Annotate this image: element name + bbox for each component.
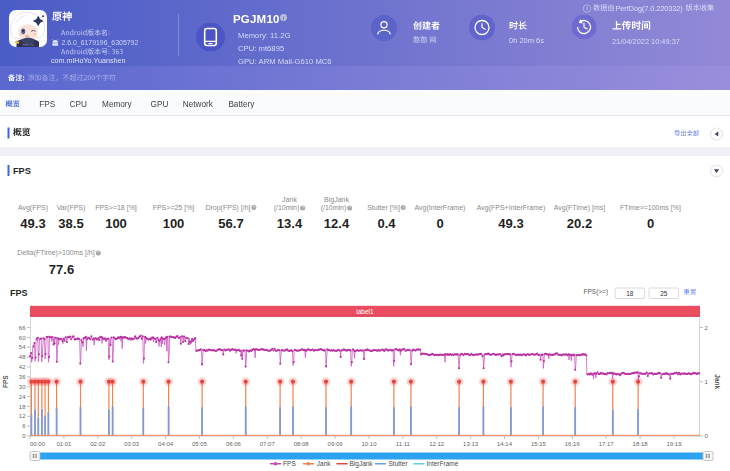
svg-text:10:10: 10:10 [361,441,377,447]
svg-text:02:02: 02:02 [90,441,106,447]
svg-text:2: 2 [705,325,709,331]
svg-text:48: 48 [19,354,26,360]
svg-text:60: 60 [19,335,26,341]
svg-text:Jank: Jank [714,374,721,389]
svg-text:17:17: 17:17 [599,441,615,447]
svg-text:miHoYo: miHoYo [22,43,33,47]
svg-text:42: 42 [19,364,26,370]
svg-text:FPS: FPS [2,375,9,388]
svg-text:12: 12 [19,413,26,419]
svg-text:08:08: 08:08 [294,441,310,447]
svg-text:11:11: 11:11 [396,441,411,447]
svg-text:01:01: 01:01 [56,441,72,447]
svg-text:04:04: 04:04 [158,441,174,447]
svg-text:03:03: 03:03 [124,441,140,447]
svg-text:24: 24 [19,394,26,400]
svg-text:0: 0 [22,433,26,439]
svg-text:18: 18 [19,404,26,410]
svg-text:36: 36 [19,374,26,380]
svg-text:54: 54 [19,344,26,350]
svg-text:14:14: 14:14 [497,441,513,447]
svg-text:16:16: 16:16 [565,441,581,447]
svg-text:07:07: 07:07 [260,441,276,447]
svg-text:FPS: FPS [283,460,296,467]
svg-text:30: 30 [19,384,26,390]
svg-text:19:19: 19:19 [666,441,682,447]
svg-text:0: 0 [705,433,709,439]
svg-text:label1: label1 [356,308,374,315]
svg-text:18:18: 18:18 [633,441,649,447]
svg-text:66: 66 [19,325,26,331]
svg-text:BigJank: BigJank [350,460,374,468]
svg-text:05:05: 05:05 [192,441,208,447]
svg-text:6: 6 [22,423,26,429]
svg-text:Jank: Jank [317,460,331,467]
svg-text:06:06: 06:06 [226,441,242,447]
svg-text:Stutter: Stutter [389,460,409,467]
svg-text:09:09: 09:09 [328,441,344,447]
svg-text:12:12: 12:12 [429,441,445,447]
svg-text:15:15: 15:15 [531,441,547,447]
svg-text:00:00: 00:00 [30,441,46,447]
svg-text:1: 1 [705,379,709,385]
svg-text:13:13: 13:13 [463,441,479,447]
svg-text:InterFrame: InterFrame [427,460,459,467]
